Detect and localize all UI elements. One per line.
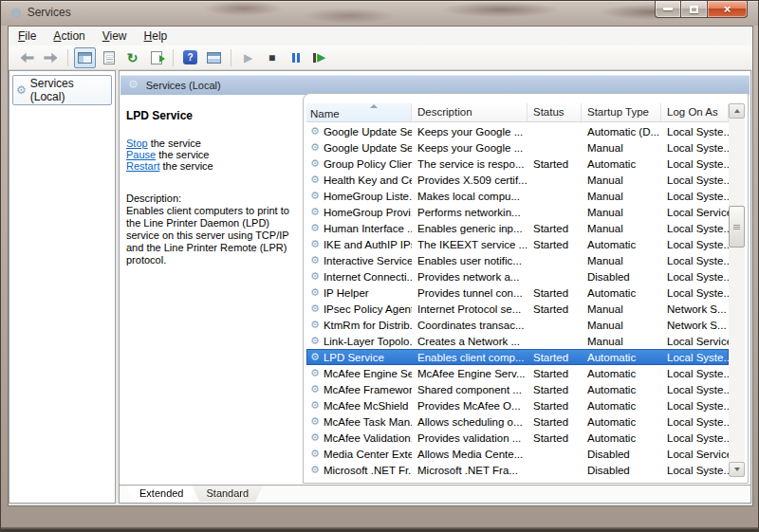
- refresh-button[interactable]: ↻: [121, 47, 143, 68]
- console-tree-icon: [78, 52, 92, 64]
- tab-standard[interactable]: Standard: [192, 486, 263, 502]
- table-row[interactable]: ⚙Group Policy ClientThe service is respo…: [306, 156, 729, 172]
- cell-description: The IKEEXT service ...: [412, 239, 528, 250]
- cell-startup-type: Manual: [582, 336, 661, 347]
- tree-item-services-local[interactable]: ⚙ Services (Local): [12, 75, 112, 105]
- cell-description: Makes local compu...: [412, 191, 528, 202]
- table-row[interactable]: ⚙IPsec Policy AgentInternet Protocol se.…: [306, 301, 729, 317]
- back-button[interactable]: [16, 47, 38, 68]
- menu-bar: FileActionViewHelp: [9, 27, 752, 46]
- table-row[interactable]: ⚙IKE and AuthIP IPs...The IKEEXT service…: [306, 236, 729, 252]
- minimize-button[interactable]: [655, 1, 681, 18]
- pane-header-title: Services (Local): [146, 80, 221, 91]
- export-list-button[interactable]: [145, 47, 167, 68]
- table-row[interactable]: ⚙McAfee McShieldProvides McAfee O...Star…: [306, 397, 729, 413]
- menu-item-help[interactable]: Help: [144, 29, 168, 43]
- table-row[interactable]: ⚙HomeGroup Provi...Performs networkin...…: [306, 204, 729, 220]
- table-row[interactable]: ⚙Microsoft .NET Fr...Microsoft .NET Fra.…: [306, 462, 729, 477]
- pause-service-button[interactable]: [285, 47, 306, 68]
- column-header-name[interactable]: Name: [306, 103, 412, 121]
- menu-item-view[interactable]: View: [102, 29, 127, 43]
- gear-icon: ⚙: [310, 142, 320, 153]
- show-console-tree-button[interactable]: [74, 47, 96, 68]
- cell-log-on-as: Local Syste...: [661, 255, 729, 266]
- cell-description: Enables user notific...: [412, 255, 528, 266]
- title-bar[interactable]: ⚙ Services ×: [1, 1, 758, 26]
- service-name-text: Google Update Se...: [324, 142, 412, 154]
- gear-icon: ⚙: [310, 336, 320, 346]
- cell-log-on-as: Local Syste...: [661, 352, 729, 363]
- table-row[interactable]: ⚙Media Center Exte...Allows Media Cente.…: [306, 446, 729, 462]
- service-name-text: Human Interface ...: [324, 223, 412, 234]
- cell-description: Allows Media Cente...: [412, 449, 528, 460]
- toolbar-separator: [173, 49, 174, 66]
- stop-service-icon: ■: [268, 52, 275, 64]
- menu-item-action[interactable]: Action: [53, 29, 84, 43]
- table-row[interactable]: ⚙Health Key and Ce...Provides X.509 cert…: [306, 172, 729, 188]
- cell-name: ⚙Media Center Exte...: [306, 449, 412, 460]
- cell-log-on-as: Local Syste...: [661, 174, 729, 186]
- service-name-text: Google Update Se...: [324, 126, 412, 138]
- tab-extended[interactable]: Extended: [125, 486, 197, 502]
- cell-name: ⚙McAfee McShield: [306, 400, 412, 412]
- table-row[interactable]: ⚙McAfee Framewor...Shared component ...S…: [306, 381, 729, 397]
- cell-log-on-as: Local Syste...: [661, 384, 729, 395]
- cell-description: Microsoft .NET Fra...: [412, 465, 528, 476]
- gear-icon: ⚙: [310, 432, 320, 443]
- client-area: FileActionViewHelp ↻ ?: [8, 26, 753, 506]
- cell-name: ⚙LPD Service: [306, 352, 412, 363]
- gear-icon: ⚙: [310, 126, 320, 137]
- column-header-status[interactable]: Status: [528, 103, 582, 121]
- list-header-row: NameDescriptionStatusStartup TypeLog On …: [306, 103, 729, 122]
- column-header-log-on-as[interactable]: Log On As: [661, 103, 729, 121]
- menu-item-file[interactable]: File: [18, 29, 36, 43]
- table-row[interactable]: ⚙KtmRm for Distrib...Coordinates transac…: [306, 317, 729, 333]
- service-name-text: Microsoft .NET Fr...: [324, 465, 412, 476]
- table-row[interactable]: ⚙Link-Layer Topolo...Creates a Network .…: [306, 333, 729, 349]
- cell-log-on-as: Local Syste...: [661, 271, 729, 283]
- cell-status: Started: [528, 432, 582, 444]
- properties-button[interactable]: [98, 47, 120, 68]
- stop-service-link[interactable]: Stop: [126, 138, 148, 149]
- cell-description: Provides network a...: [412, 271, 528, 283]
- table-row[interactable]: ⚙McAfee Engine Se...McAfee Engine Serv..…: [306, 365, 729, 381]
- scroll-up-button[interactable]: [729, 103, 745, 119]
- table-row[interactable]: ⚙Interactive Service...Enables user noti…: [306, 252, 729, 268]
- restart-service-link[interactable]: Restart: [126, 160, 159, 172]
- scroll-down-button[interactable]: [729, 462, 745, 477]
- column-header-startup-type[interactable]: Startup Type: [582, 103, 661, 121]
- cell-description: Coordinates transac...: [412, 320, 528, 331]
- help-button[interactable]: ?: [179, 47, 201, 68]
- scrollbar-thumb[interactable]: [729, 206, 745, 248]
- close-button[interactable]: ×: [708, 1, 748, 18]
- show-action-pane-button[interactable]: [203, 47, 225, 68]
- gear-icon: ⚙: [310, 320, 320, 330]
- stop-service-button[interactable]: ■: [261, 47, 283, 68]
- vertical-scrollbar[interactable]: [729, 103, 745, 477]
- table-row[interactable]: ⚙LPD ServiceEnables client comp...Starte…: [306, 349, 729, 365]
- cell-log-on-as: Local Syste...: [661, 239, 729, 250]
- table-row[interactable]: ⚙Google Update Se...Keeps your Google ..…: [306, 123, 729, 139]
- cell-log-on-as: Local Syste...: [661, 368, 729, 379]
- cell-description: Keeps your Google ...: [412, 126, 528, 138]
- restart-service-icon: ▶: [313, 52, 324, 63]
- maximize-button[interactable]: [681, 1, 708, 18]
- cell-status: Started: [528, 368, 582, 379]
- table-row[interactable]: ⚙McAfee Task Man...Allows scheduling o..…: [306, 413, 729, 430]
- cell-startup-type: Manual: [582, 191, 661, 202]
- table-row[interactable]: ⚙Internet Connecti...Provides network a.…: [306, 268, 729, 284]
- start-service-button[interactable]: ▶: [237, 47, 259, 68]
- restart-service-button[interactable]: ▶: [308, 47, 330, 68]
- column-header-description[interactable]: Description: [412, 103, 528, 121]
- table-row[interactable]: ⚙Human Interface ...Enables generic inp.…: [306, 220, 729, 236]
- table-row[interactable]: ⚙IP HelperProvides tunnel con...StartedA…: [306, 284, 729, 301]
- cell-description: Internet Protocol se...: [412, 303, 528, 315]
- pause-service-link[interactable]: Pause: [126, 149, 156, 160]
- cell-startup-type: Disabled: [582, 271, 661, 283]
- table-row[interactable]: ⚙Google Update Se...Keeps your Google ..…: [306, 139, 729, 156]
- table-row[interactable]: ⚙HomeGroup Liste...Makes local compu...M…: [306, 188, 729, 204]
- table-row[interactable]: ⚙McAfee Validation...Provides validation…: [306, 430, 729, 446]
- cell-status: Started: [528, 223, 582, 234]
- forward-button[interactable]: [40, 47, 62, 68]
- service-action-line: Pause the service: [126, 149, 298, 160]
